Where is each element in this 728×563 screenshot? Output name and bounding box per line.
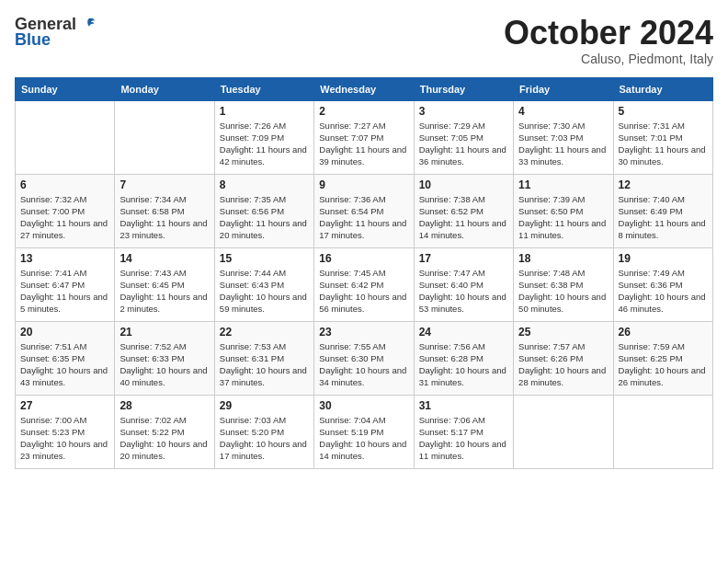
day-info: Sunrise: 7:34 AMSunset: 6:58 PMDaylight:… [119, 193, 209, 242]
day-number: 6 [20, 178, 109, 191]
calendar-cell: 31Sunrise: 7:06 AMSunset: 5:17 PMDayligh… [414, 395, 513, 468]
calendar-cell: 3Sunrise: 7:29 AMSunset: 7:05 PMDaylight… [414, 100, 513, 174]
calendar-cell: 2Sunrise: 7:27 AMSunset: 7:07 PMDaylight… [314, 100, 414, 174]
day-info: Sunrise: 7:40 AMSunset: 6:49 PMDaylight:… [619, 193, 708, 242]
calendar-cell: 29Sunrise: 7:03 AMSunset: 5:20 PMDayligh… [214, 395, 313, 468]
calendar-cell: 12Sunrise: 7:40 AMSunset: 6:49 PMDayligh… [613, 174, 712, 247]
day-number: 21 [119, 326, 209, 339]
day-info: Sunrise: 7:51 AMSunset: 6:35 PMDaylight:… [20, 340, 109, 389]
logo-blue-text: Blue [15, 30, 51, 50]
calendar-cell: 6Sunrise: 7:32 AMSunset: 7:00 PMDaylight… [16, 174, 115, 247]
day-number: 18 [518, 252, 608, 265]
day-number: 28 [119, 399, 209, 412]
logo: General Blue [15, 15, 97, 50]
weekday-header: Friday [514, 77, 613, 100]
month-title: October 2024 [504, 15, 713, 52]
calendar-cell: 24Sunrise: 7:56 AMSunset: 6:28 PMDayligh… [414, 321, 513, 395]
day-number: 24 [419, 326, 508, 339]
calendar-week-row: 6Sunrise: 7:32 AMSunset: 7:00 PMDaylight… [16, 174, 713, 247]
day-info: Sunrise: 7:41 AMSunset: 6:47 PMDaylight:… [20, 267, 109, 316]
calendar-cell: 17Sunrise: 7:47 AMSunset: 6:40 PMDayligh… [414, 247, 513, 321]
day-number: 16 [319, 252, 408, 265]
day-number: 20 [20, 326, 109, 339]
location-subtitle: Caluso, Piedmont, Italy [504, 52, 713, 66]
calendar-cell: 10Sunrise: 7:38 AMSunset: 6:52 PMDayligh… [414, 174, 513, 247]
day-info: Sunrise: 7:32 AMSunset: 7:00 PMDaylight:… [20, 193, 109, 242]
day-number: 29 [220, 399, 309, 412]
calendar-cell: 20Sunrise: 7:51 AMSunset: 6:35 PMDayligh… [16, 321, 115, 395]
day-info: Sunrise: 7:38 AMSunset: 6:52 PMDaylight:… [419, 193, 508, 242]
day-info: Sunrise: 7:36 AMSunset: 6:54 PMDaylight:… [319, 193, 408, 242]
day-info: Sunrise: 7:29 AMSunset: 7:05 PMDaylight:… [419, 120, 508, 168]
day-info: Sunrise: 7:47 AMSunset: 6:40 PMDaylight:… [419, 267, 508, 316]
page-header: General Blue October 2024 Caluso, Piedmo… [15, 15, 713, 66]
day-info: Sunrise: 7:49 AMSunset: 6:36 PMDaylight:… [619, 267, 708, 316]
day-number: 14 [119, 252, 209, 265]
calendar-cell [16, 100, 115, 174]
calendar-week-row: 20Sunrise: 7:51 AMSunset: 6:35 PMDayligh… [16, 321, 713, 395]
weekday-header: Monday [115, 77, 214, 100]
calendar-cell: 5Sunrise: 7:31 AMSunset: 7:01 PMDaylight… [613, 100, 712, 174]
day-number: 12 [619, 178, 708, 191]
calendar-cell: 7Sunrise: 7:34 AMSunset: 6:58 PMDaylight… [115, 174, 214, 247]
day-info: Sunrise: 7:57 AMSunset: 6:26 PMDaylight:… [518, 340, 608, 389]
weekday-header: Wednesday [314, 77, 414, 100]
day-number: 31 [419, 399, 508, 412]
calendar-cell: 25Sunrise: 7:57 AMSunset: 6:26 PMDayligh… [514, 321, 613, 395]
day-number: 8 [220, 178, 309, 191]
day-info: Sunrise: 7:35 AMSunset: 6:56 PMDaylight:… [220, 193, 309, 242]
day-number: 7 [119, 178, 209, 191]
day-info: Sunrise: 7:04 AMSunset: 5:19 PMDaylight:… [319, 414, 408, 463]
calendar-cell: 8Sunrise: 7:35 AMSunset: 6:56 PMDaylight… [214, 174, 313, 247]
day-info: Sunrise: 7:06 AMSunset: 5:17 PMDaylight:… [419, 414, 508, 463]
calendar-cell [115, 100, 214, 174]
calendar-cell [613, 395, 712, 468]
calendar-cell: 9Sunrise: 7:36 AMSunset: 6:54 PMDaylight… [314, 174, 414, 247]
calendar-table: SundayMondayTuesdayWednesdayThursdayFrid… [15, 77, 713, 469]
weekday-header: Thursday [414, 77, 513, 100]
day-number: 19 [619, 252, 708, 265]
calendar-cell: 13Sunrise: 7:41 AMSunset: 6:47 PMDayligh… [16, 247, 115, 321]
day-info: Sunrise: 7:56 AMSunset: 6:28 PMDaylight:… [419, 340, 508, 389]
day-info: Sunrise: 7:30 AMSunset: 7:03 PMDaylight:… [518, 120, 608, 168]
calendar-week-row: 1Sunrise: 7:26 AMSunset: 7:09 PMDaylight… [16, 100, 713, 174]
calendar-cell: 21Sunrise: 7:52 AMSunset: 6:33 PMDayligh… [115, 321, 214, 395]
day-info: Sunrise: 7:26 AMSunset: 7:09 PMDaylight:… [220, 120, 309, 168]
calendar-cell: 22Sunrise: 7:53 AMSunset: 6:31 PMDayligh… [214, 321, 313, 395]
day-info: Sunrise: 7:59 AMSunset: 6:25 PMDaylight:… [619, 340, 708, 389]
calendar-cell [514, 395, 613, 468]
weekday-header: Sunday [16, 77, 115, 100]
day-number: 10 [419, 178, 508, 191]
weekday-header-row: SundayMondayTuesdayWednesdayThursdayFrid… [16, 77, 713, 100]
day-info: Sunrise: 7:39 AMSunset: 6:50 PMDaylight:… [518, 193, 608, 242]
day-number: 3 [419, 105, 508, 118]
day-number: 13 [20, 252, 109, 265]
day-info: Sunrise: 7:00 AMSunset: 5:23 PMDaylight:… [20, 414, 109, 463]
day-info: Sunrise: 7:55 AMSunset: 6:30 PMDaylight:… [319, 340, 408, 389]
day-number: 17 [419, 252, 508, 265]
day-number: 15 [220, 252, 309, 265]
day-info: Sunrise: 7:02 AMSunset: 5:22 PMDaylight:… [119, 414, 209, 463]
calendar-cell: 15Sunrise: 7:44 AMSunset: 6:43 PMDayligh… [214, 247, 313, 321]
calendar-cell: 14Sunrise: 7:43 AMSunset: 6:45 PMDayligh… [115, 247, 214, 321]
title-section: October 2024 Caluso, Piedmont, Italy [504, 15, 713, 66]
calendar-cell: 19Sunrise: 7:49 AMSunset: 6:36 PMDayligh… [613, 247, 712, 321]
day-number: 11 [518, 178, 608, 191]
day-number: 1 [220, 105, 309, 118]
calendar-cell: 18Sunrise: 7:48 AMSunset: 6:38 PMDayligh… [514, 247, 613, 321]
calendar-cell: 11Sunrise: 7:39 AMSunset: 6:50 PMDayligh… [514, 174, 613, 247]
day-info: Sunrise: 7:45 AMSunset: 6:42 PMDaylight:… [319, 267, 408, 316]
day-number: 27 [20, 399, 109, 412]
logo-bird-icon [80, 17, 97, 33]
day-info: Sunrise: 7:43 AMSunset: 6:45 PMDaylight:… [119, 267, 209, 316]
calendar-cell: 27Sunrise: 7:00 AMSunset: 5:23 PMDayligh… [16, 395, 115, 468]
day-info: Sunrise: 7:27 AMSunset: 7:07 PMDaylight:… [319, 120, 408, 168]
day-info: Sunrise: 7:48 AMSunset: 6:38 PMDaylight:… [518, 267, 608, 316]
calendar-cell: 28Sunrise: 7:02 AMSunset: 5:22 PMDayligh… [115, 395, 214, 468]
day-info: Sunrise: 7:53 AMSunset: 6:31 PMDaylight:… [220, 340, 309, 389]
day-number: 5 [619, 105, 708, 118]
day-number: 30 [319, 399, 408, 412]
weekday-header: Saturday [613, 77, 712, 100]
day-number: 9 [319, 178, 408, 191]
day-number: 22 [220, 326, 309, 339]
